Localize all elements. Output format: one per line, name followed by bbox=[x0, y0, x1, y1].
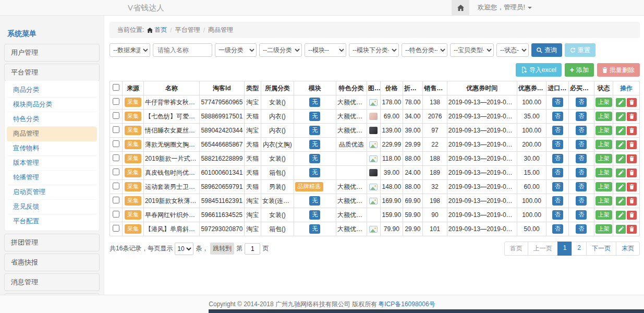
sidebar-item-promo-material[interactable]: 宣传物料 bbox=[7, 141, 97, 156]
delete-button[interactable] bbox=[627, 211, 637, 220]
edit-button[interactable] bbox=[616, 183, 626, 191]
category1-select[interactable]: 一级分类 bbox=[215, 43, 257, 57]
must-buy-badge[interactable]: 否 bbox=[576, 112, 587, 121]
pager-first[interactable]: 首页 bbox=[504, 242, 528, 256]
add-button[interactable]: + 添加 bbox=[565, 63, 594, 77]
sidebar-group-platform[interactable]: 平台管理 bbox=[4, 64, 100, 81]
home-nav-button[interactable] bbox=[452, 0, 469, 15]
delete-button[interactable] bbox=[627, 197, 637, 206]
status-badge[interactable]: 上架 bbox=[596, 182, 612, 191]
status-badge[interactable]: 上架 bbox=[596, 210, 612, 219]
row-checkbox[interactable] bbox=[113, 183, 119, 189]
status-badge[interactable]: 上架 bbox=[596, 112, 612, 121]
must-buy-badge[interactable]: 否 bbox=[576, 154, 587, 163]
edit-button[interactable] bbox=[616, 197, 626, 206]
must-buy-badge[interactable]: 否 bbox=[576, 224, 587, 233]
module-select[interactable]: --模块-- bbox=[305, 43, 346, 57]
row-checkbox[interactable] bbox=[113, 168, 119, 175]
search-button[interactable]: 查询 bbox=[531, 43, 562, 57]
row-checkbox[interactable] bbox=[113, 225, 119, 232]
row-checkbox[interactable] bbox=[113, 211, 119, 218]
status-badge[interactable]: 上架 bbox=[596, 98, 612, 106]
sidebar-item-feature-category[interactable]: 特色分类 bbox=[7, 112, 97, 127]
status-badge[interactable]: 上架 bbox=[596, 140, 612, 149]
import-select-badge[interactable]: 否 bbox=[552, 196, 563, 205]
sidebar-group-message[interactable]: 消息管理 bbox=[4, 273, 100, 291]
sidebar-item-splash-management[interactable]: 启动页管理 bbox=[7, 185, 97, 200]
status-badge[interactable]: 上架 bbox=[596, 224, 612, 233]
must-buy-badge[interactable]: 否 bbox=[576, 182, 587, 191]
status-badge[interactable]: 上架 bbox=[596, 154, 612, 163]
edit-button[interactable] bbox=[616, 211, 626, 220]
icp-link[interactable]: 粤ICP备16098006号 bbox=[378, 300, 435, 309]
pager-next[interactable]: 下一页 bbox=[586, 242, 616, 256]
sidebar-item-goods-management[interactable]: 商品管理 bbox=[7, 127, 97, 141]
sidebar-item-feedback[interactable]: 意见反馈 bbox=[7, 200, 97, 214]
import-select-badge[interactable]: 否 bbox=[552, 224, 563, 233]
sidebar-item-carousel-management[interactable]: 轮播管理 bbox=[7, 171, 97, 185]
row-checkbox[interactable] bbox=[113, 197, 119, 203]
import-select-badge[interactable]: 否 bbox=[552, 182, 563, 191]
name-search-input[interactable] bbox=[153, 43, 212, 57]
must-buy-badge[interactable]: 否 bbox=[576, 210, 587, 219]
delete-button[interactable] bbox=[627, 225, 637, 234]
import-select-badge[interactable]: 否 bbox=[552, 112, 563, 121]
reset-button[interactable]: 重置 bbox=[565, 43, 596, 57]
sidebar-item-version-management[interactable]: 版本管理 bbox=[7, 156, 97, 171]
pager-page-1[interactable]: 1 bbox=[557, 242, 573, 256]
item-type-select[interactable]: --宝贝类型-- bbox=[450, 43, 494, 57]
module-sub-select[interactable]: --模块下分类-- bbox=[349, 43, 399, 57]
edit-button[interactable] bbox=[616, 98, 626, 107]
status-badge[interactable]: 上架 bbox=[596, 126, 612, 135]
user-menu[interactable]: 欢迎您，管理员! bbox=[478, 3, 532, 12]
status-badge[interactable]: 上架 bbox=[596, 168, 612, 177]
must-buy-badge[interactable]: 否 bbox=[576, 168, 587, 177]
delete-button[interactable] bbox=[627, 140, 637, 149]
data-source-select[interactable]: --数据来源-- bbox=[110, 43, 150, 57]
import-select-badge[interactable]: 否 bbox=[552, 154, 563, 163]
jump-button[interactable]: 跳转到 bbox=[210, 243, 234, 255]
category2-select[interactable]: --二级分类-- bbox=[259, 43, 302, 57]
sidebar-item-module-goods-category[interactable]: 模块商品分类 bbox=[7, 98, 97, 112]
row-checkbox[interactable] bbox=[113, 98, 119, 105]
edit-button[interactable] bbox=[616, 225, 626, 234]
edit-button[interactable] bbox=[616, 126, 626, 135]
row-checkbox[interactable] bbox=[113, 126, 119, 133]
status-badge[interactable]: 上架 bbox=[596, 196, 612, 205]
feature-category-select[interactable]: --特色分类-- bbox=[402, 43, 447, 57]
sidebar-item-platform-config[interactable]: 平台配置 bbox=[7, 214, 97, 228]
import-excel-button[interactable]: 导入excel bbox=[516, 63, 562, 77]
delete-button[interactable] bbox=[627, 154, 637, 163]
batch-delete-button[interactable]: 批量删除 bbox=[597, 63, 640, 77]
edit-button[interactable] bbox=[616, 140, 626, 149]
delete-button[interactable] bbox=[627, 183, 637, 191]
row-checkbox[interactable] bbox=[113, 154, 119, 161]
status-select[interactable]: --状态-- bbox=[496, 43, 529, 57]
row-checkbox[interactable] bbox=[113, 112, 119, 119]
import-select-badge[interactable]: 否 bbox=[552, 210, 563, 219]
edit-button[interactable] bbox=[616, 168, 626, 177]
edit-button[interactable] bbox=[616, 112, 626, 121]
delete-button[interactable] bbox=[627, 126, 637, 135]
must-buy-badge[interactable]: 否 bbox=[576, 98, 587, 106]
page-number-input[interactable] bbox=[245, 243, 260, 255]
must-buy-badge[interactable]: 否 bbox=[576, 196, 587, 205]
pager-last[interactable]: 末页 bbox=[616, 242, 640, 256]
row-checkbox[interactable] bbox=[113, 140, 119, 147]
sidebar-group-groupbuy[interactable]: 拼团管理 bbox=[4, 234, 100, 251]
sidebar-item-goods-category[interactable]: 商品分类 bbox=[7, 83, 97, 98]
sidebar-group-express[interactable]: 省惠快报 bbox=[4, 254, 100, 271]
import-select-badge[interactable]: 否 bbox=[552, 98, 563, 106]
select-all-checkbox[interactable] bbox=[113, 84, 119, 91]
pager-prev[interactable]: 上一页 bbox=[528, 242, 558, 256]
delete-button[interactable] bbox=[627, 112, 637, 121]
breadcrumb-home-link[interactable]: 首页 bbox=[147, 26, 167, 34]
sidebar-group-users[interactable]: 用户管理 bbox=[4, 44, 100, 62]
delete-button[interactable] bbox=[627, 168, 637, 177]
pager-page-2[interactable]: 2 bbox=[572, 242, 587, 256]
must-buy-badge[interactable]: 否 bbox=[576, 126, 587, 135]
edit-button[interactable] bbox=[616, 154, 626, 163]
per-page-select[interactable]: 10 bbox=[175, 243, 193, 255]
must-buy-badge[interactable]: 否 bbox=[576, 140, 587, 149]
import-select-badge[interactable]: 否 bbox=[552, 168, 563, 177]
